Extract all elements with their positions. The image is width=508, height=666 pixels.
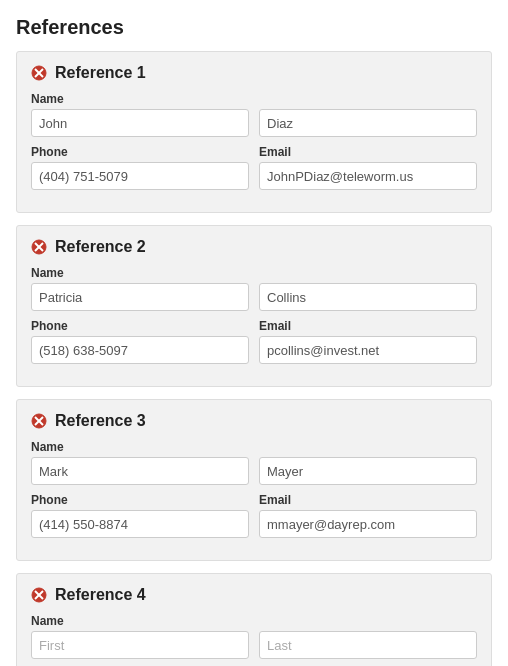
reference-section-1: Reference 1 Name Name Phone Email <box>16 51 492 213</box>
reference-title-1: Reference 1 <box>55 64 146 82</box>
page-title: References <box>16 16 492 39</box>
email-group-3: Email <box>259 493 477 538</box>
reference-section-2: Reference 2 Name Name Phone Email <box>16 225 492 387</box>
remove-icon-3[interactable] <box>31 413 47 429</box>
phone-email-row-2: Phone Email <box>31 319 477 364</box>
reference-title-3: Reference 3 <box>55 412 146 430</box>
name-row-4: Name Name <box>31 614 477 659</box>
remove-icon-1[interactable] <box>31 65 47 81</box>
reference-header-2: Reference 2 <box>31 238 477 256</box>
email-input-3[interactable] <box>259 510 477 538</box>
email-label-1: Email <box>259 145 477 159</box>
first-name-input-1[interactable] <box>31 109 249 137</box>
reference-header-3: Reference 3 <box>31 412 477 430</box>
phone-label-3: Phone <box>31 493 249 507</box>
last-name-group-3: Name <box>259 440 477 485</box>
phone-label-2: Phone <box>31 319 249 333</box>
reference-section-4: Reference 4 Name Name Phone Email <box>16 573 492 666</box>
first-name-group-3: Name <box>31 440 249 485</box>
name-label-1: Name <box>31 92 249 106</box>
reference-header-1: Reference 1 <box>31 64 477 82</box>
last-name-input-1[interactable] <box>259 109 477 137</box>
email-input-2[interactable] <box>259 336 477 364</box>
last-name-input-4[interactable] <box>259 631 477 659</box>
phone-input-3[interactable] <box>31 510 249 538</box>
reference-section-3: Reference 3 Name Name Phone Email <box>16 399 492 561</box>
phone-input-1[interactable] <box>31 162 249 190</box>
reference-title-2: Reference 2 <box>55 238 146 256</box>
name-row-3: Name Name <box>31 440 477 485</box>
phone-input-2[interactable] <box>31 336 249 364</box>
email-group-1: Email <box>259 145 477 190</box>
phone-email-row-3: Phone Email <box>31 493 477 538</box>
name-label-2: Name <box>31 266 249 280</box>
references-container: Reference 1 Name Name Phone Email <box>16 51 492 666</box>
remove-icon-2[interactable] <box>31 239 47 255</box>
name-row-1: Name Name <box>31 92 477 137</box>
name-row-2: Name Name <box>31 266 477 311</box>
phone-group-3: Phone <box>31 493 249 538</box>
phone-group-2: Phone <box>31 319 249 364</box>
remove-icon-4[interactable] <box>31 587 47 603</box>
last-name-group-2: Name <box>259 266 477 311</box>
phone-email-row-1: Phone Email <box>31 145 477 190</box>
first-name-input-2[interactable] <box>31 283 249 311</box>
first-name-input-4[interactable] <box>31 631 249 659</box>
last-name-group-1: Name <box>259 92 477 137</box>
first-name-group-1: Name <box>31 92 249 137</box>
last-name-input-3[interactable] <box>259 457 477 485</box>
first-name-group-2: Name <box>31 266 249 311</box>
email-label-3: Email <box>259 493 477 507</box>
first-name-input-3[interactable] <box>31 457 249 485</box>
reference-header-4: Reference 4 <box>31 586 477 604</box>
email-group-2: Email <box>259 319 477 364</box>
name-label-3: Name <box>31 440 249 454</box>
phone-label-1: Phone <box>31 145 249 159</box>
last-name-group-4: Name <box>259 614 477 659</box>
reference-title-4: Reference 4 <box>55 586 146 604</box>
page-container: References Reference 1 Name Name Phone <box>0 0 508 666</box>
last-name-input-2[interactable] <box>259 283 477 311</box>
first-name-group-4: Name <box>31 614 249 659</box>
email-label-2: Email <box>259 319 477 333</box>
phone-group-1: Phone <box>31 145 249 190</box>
name-label-4: Name <box>31 614 249 628</box>
email-input-1[interactable] <box>259 162 477 190</box>
